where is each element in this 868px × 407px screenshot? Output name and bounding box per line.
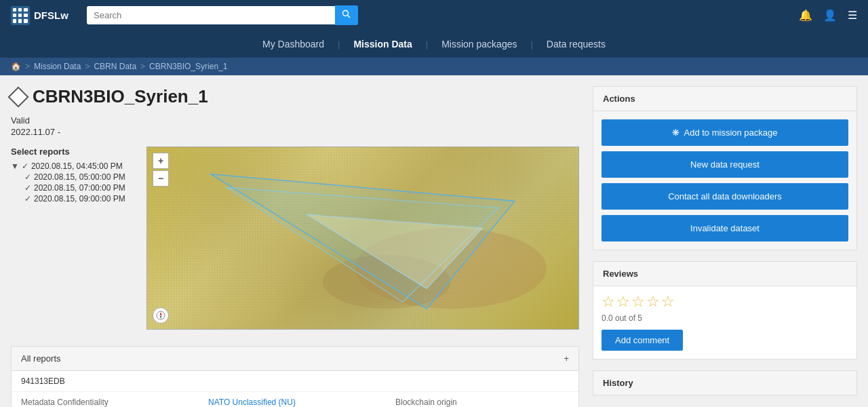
invalidate-dataset-label: Invalidate dataset	[690, 223, 760, 233]
nav-my-dashboard[interactable]: My Dashboard	[249, 36, 338, 52]
rating-text: 0.0 out of 5	[593, 313, 856, 330]
top-navigation: DFSLw 🔔 👤 ☰ My Dashboard | Mission Data …	[0, 0, 868, 58]
logo: DFSLw	[11, 6, 79, 25]
nav-mission-data[interactable]: Mission Data	[340, 36, 425, 52]
add-comment-button[interactable]: Add comment	[601, 330, 683, 351]
all-reports-header[interactable]: All reports +	[12, 347, 578, 371]
breadcrumb-mission-data[interactable]: Mission Data	[34, 62, 81, 71]
star-4[interactable]: ☆	[646, 293, 660, 311]
page-title-row: CBRN3BIO_Syrien_1	[11, 86, 579, 107]
zoom-out-button[interactable]: −	[153, 170, 169, 187]
svg-rect-4	[13, 14, 16, 17]
table-row: Metadata Confidentiality NATO Unclassifi…	[12, 392, 578, 407]
report-id: 941313EDB	[21, 376, 195, 386]
new-data-request-button[interactable]: New data request	[601, 151, 848, 178]
svg-rect-2	[18, 8, 22, 12]
report-item-label: 2020.08.15, 07:00:00 PM	[34, 183, 125, 193]
check-icon: ✓	[24, 183, 31, 193]
validity-date: 2022.11.07 -	[11, 127, 579, 137]
svg-rect-1	[13, 8, 16, 12]
search-input[interactable]	[87, 6, 335, 24]
nav-mission-packages[interactable]: Mission packages	[428, 36, 530, 52]
breadcrumb-home[interactable]: 🏠	[11, 62, 21, 71]
reports-label: Select reports	[11, 147, 133, 157]
diamond-icon	[7, 86, 28, 107]
invalidate-dataset-button[interactable]: Invalidate dataset	[601, 215, 848, 241]
history-card: History	[593, 370, 857, 395]
svg-rect-8	[18, 19, 22, 23]
actions-card: Actions ❋ Add to mission package New dat…	[593, 86, 857, 250]
add-mission-label: Add to mission package	[684, 128, 777, 138]
validity-section: Valid 2022.11.07 -	[11, 115, 579, 137]
search-button[interactable]	[335, 5, 358, 25]
blockchain-origin-label: Blockchain origin	[395, 398, 569, 407]
svg-rect-6	[24, 14, 28, 17]
report-item-label: 2020.08.15, 05:00:00 PM	[34, 172, 125, 182]
map-container: + −	[146, 147, 579, 330]
svg-rect-9	[24, 19, 28, 23]
actions-title: Actions	[593, 87, 856, 111]
top-bar: DFSLw 🔔 👤 ☰	[0, 0, 868, 31]
bell-icon[interactable]: 🔔	[799, 9, 812, 22]
reports-and-map: Select reports ▼ ✓ 2020.08.15, 04:45:00 …	[11, 147, 579, 338]
star-2[interactable]: ☆	[616, 293, 630, 311]
svg-rect-3	[24, 8, 28, 12]
add-to-mission-package-button[interactable]: ❋ Add to mission package	[601, 119, 848, 146]
reviews-title: Reviews	[593, 262, 856, 286]
star-5[interactable]: ☆	[661, 293, 675, 311]
page-title: CBRN3BIO_Syrien_1	[33, 86, 208, 107]
report-item-label: 2020.08.15, 04:45:00 PM	[31, 161, 123, 171]
search-container	[87, 5, 358, 25]
nav-data-requests[interactable]: Data requests	[533, 36, 619, 52]
breadcrumb-cbrn-data[interactable]: CBRN Data	[94, 62, 136, 71]
star-1[interactable]: ☆	[601, 293, 615, 311]
logo-text: DFSLw	[34, 9, 68, 21]
svg-rect-7	[13, 19, 16, 23]
svg-line-11	[348, 16, 351, 18]
arrow-icon: ▼	[11, 161, 19, 171]
all-reports-label: All reports	[21, 353, 61, 364]
nato-unclassified-link[interactable]: NATO Unclassified (NU)	[208, 398, 296, 407]
star-3[interactable]: ☆	[631, 293, 645, 311]
map-overlay-svg	[147, 147, 578, 329]
breadcrumb: 🏠 > Mission Data > CBRN Data > CBRN3BIO_…	[0, 58, 868, 75]
metadata-confidentiality-value: NATO Unclassified (NU)	[208, 398, 382, 407]
top-icons: 🔔 👤 ☰	[799, 9, 857, 22]
contact-downloaders-label: Contact all data downloaders	[668, 191, 782, 201]
history-title: History	[593, 371, 856, 395]
actions-body: ❋ Add to mission package New data reques…	[593, 111, 856, 250]
list-item[interactable]: ✓ 2020.08.15, 09:00:00 PM	[11, 193, 133, 204]
reviews-card: Reviews ☆ ☆ ☆ ☆ ☆ 0.0 out of 5 Add comme…	[593, 261, 857, 360]
main-content: CBRN3BIO_Syrien_1 Valid 2022.11.07 - Sel…	[0, 75, 868, 407]
metadata-confidentiality-label: Metadata Confidentiality	[21, 398, 195, 407]
list-item[interactable]: ▼ ✓ 2020.08.15, 04:45:00 PM	[11, 161, 133, 172]
list-item[interactable]: ✓ 2020.08.15, 05:00:00 PM	[11, 172, 133, 182]
contact-downloaders-button[interactable]: Contact all data downloaders	[601, 183, 848, 210]
report-tree: ▼ ✓ 2020.08.15, 04:45:00 PM ✓ 2020.08.15…	[11, 161, 133, 204]
user-icon[interactable]: 👤	[823, 9, 837, 22]
menu-icon[interactable]: ☰	[848, 9, 857, 22]
new-data-request-label: New data request	[690, 159, 760, 170]
left-panel: CBRN3BIO_Syrien_1 Valid 2022.11.07 - Sel…	[11, 86, 579, 407]
menu-nav: My Dashboard | Mission Data | Mission pa…	[0, 31, 868, 58]
add-mission-icon: ❋	[672, 128, 679, 138]
compass-button[interactable]	[153, 307, 169, 324]
svg-rect-5	[18, 14, 22, 17]
stars-row: ☆ ☆ ☆ ☆ ☆	[593, 286, 856, 313]
right-panel: Actions ❋ Add to mission package New dat…	[593, 86, 857, 407]
svg-point-10	[343, 11, 349, 16]
all-reports-section: All reports + 941313EDB Metadata Confide…	[11, 346, 579, 407]
expand-icon: +	[564, 353, 569, 364]
report-item-label: 2020.08.15, 09:00:00 PM	[34, 194, 125, 204]
zoom-in-button[interactable]: +	[153, 153, 169, 169]
check-icon: ✓	[24, 194, 31, 204]
map-controls: + −	[153, 153, 169, 187]
validity-label: Valid	[11, 115, 579, 125]
list-item[interactable]: ✓ 2020.08.15, 07:00:00 PM	[11, 182, 133, 193]
table-row: 941313EDB	[12, 371, 578, 392]
reports-section: Select reports ▼ ✓ 2020.08.15, 04:45:00 …	[11, 147, 133, 331]
check-icon: ✓	[24, 172, 31, 182]
check-icon: ✓	[22, 161, 28, 171]
breadcrumb-current: CBRN3BIO_Syrien_1	[149, 62, 227, 71]
